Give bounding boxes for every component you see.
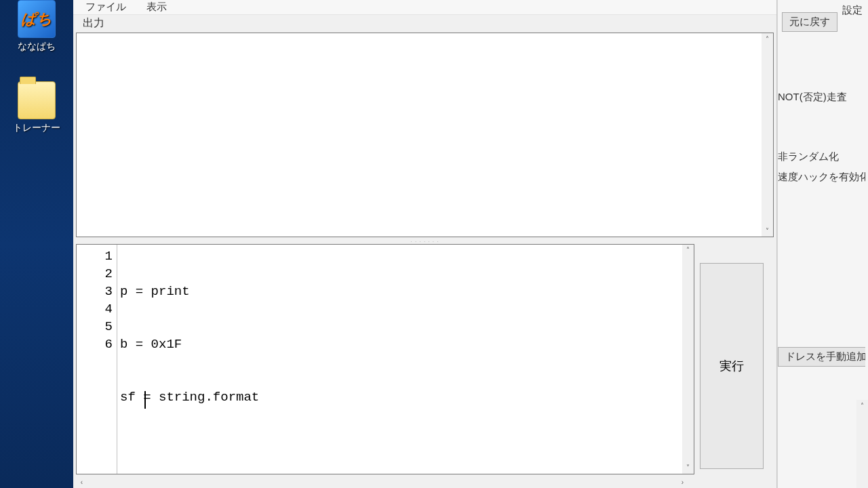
text-cursor-icon bbox=[144, 391, 146, 409]
desktop-icon-label: トレーナー bbox=[6, 122, 67, 134]
desktop-icon-label: ななぱち bbox=[6, 41, 67, 53]
code-scrollbar-horizontal[interactable]: ‹ › bbox=[76, 476, 688, 488]
code-line: b = 0x1F bbox=[120, 336, 694, 353]
desktop-strip: ぱち ななぱち トレーナー bbox=[0, 0, 73, 488]
code-editor[interactable]: 123456 p = print b = 0x1F sf = string.fo… bbox=[76, 244, 694, 474]
scroll-up-icon[interactable]: ˄ bbox=[762, 33, 773, 45]
scroll-up-icon[interactable]: ˄ bbox=[682, 245, 694, 256]
menu-file[interactable]: ファイル bbox=[81, 0, 130, 15]
code-scrollbar-vertical[interactable]: ˄ ˅ bbox=[682, 245, 694, 474]
menubar: ファイル 表示 bbox=[73, 0, 776, 15]
output-scrollbar-vertical[interactable]: ˄ ˅ bbox=[762, 33, 773, 237]
scroll-down-icon[interactable]: ˅ bbox=[682, 462, 694, 474]
scroll-left-icon[interactable]: ‹ bbox=[76, 476, 87, 488]
folder-icon bbox=[18, 81, 56, 119]
option-nonrandom-label[interactable]: 非ランダム化 bbox=[778, 150, 865, 163]
lua-editor-window: ファイル 表示 出力 ˄ ˅ . . . . . . . 123456 p = … bbox=[73, 0, 777, 488]
scroll-up-icon[interactable]: ˄ bbox=[856, 400, 868, 411]
option-not-scan-label[interactable]: NOT(否定)走査 bbox=[778, 91, 865, 104]
code-line bbox=[120, 441, 694, 459]
menu-view[interactable]: 表示 bbox=[142, 0, 171, 15]
app-icon: ぱち bbox=[18, 0, 56, 38]
output-textarea[interactable]: ˄ ˅ bbox=[76, 33, 774, 237]
scroll-down-icon[interactable]: ˅ bbox=[762, 225, 773, 237]
undo-button[interactable]: 元に戻す bbox=[782, 12, 837, 32]
line-number-gutter: 123456 bbox=[77, 245, 117, 474]
code-text-area[interactable]: p = print b = 0x1F sf = string.format p(… bbox=[117, 245, 694, 474]
background-window: 設定 元に戻す NOT(否定)走査 非ランダム化 速度ハックを有効化 ドレスを手… bbox=[777, 0, 868, 488]
option-speedhack-label[interactable]: 速度ハックを有効化 bbox=[778, 171, 865, 184]
add-address-button[interactable]: ドレスを手動追加 bbox=[778, 347, 865, 367]
desktop-icon-trainer[interactable]: トレーナー bbox=[6, 81, 67, 134]
execute-button[interactable]: 実行 bbox=[700, 263, 764, 469]
code-line: p = print bbox=[120, 283, 694, 300]
scroll-right-icon[interactable]: › bbox=[677, 476, 688, 488]
desktop-icon-nanapachi[interactable]: ぱち ななぱち bbox=[6, 0, 67, 53]
pane-splitter[interactable]: . . . . . . . bbox=[73, 237, 776, 244]
code-line: sf = string.format bbox=[120, 388, 694, 406]
background-scrollbar-vertical[interactable]: ˄ bbox=[856, 400, 868, 488]
output-section-label: 出力 bbox=[73, 15, 776, 31]
